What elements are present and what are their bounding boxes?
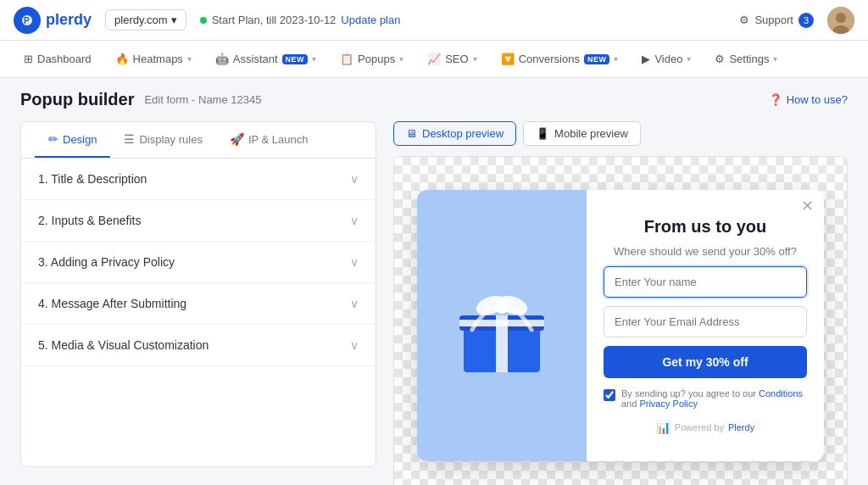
nav-label-popups: Popups (358, 53, 395, 65)
chevron-down-icon-2: ∨ (350, 214, 359, 227)
conversions-chevron-icon: ▾ (614, 54, 618, 64)
nav-item-video[interactable]: ▶ Video ▾ (632, 47, 701, 70)
logo[interactable]: P plerdy (14, 7, 92, 34)
nav-item-assistant[interactable]: 🤖 Assistant NEW ▾ (205, 47, 326, 70)
topbar: P plerdy plerdy.com ▾ Start Plan, till 2… (0, 0, 868, 41)
seo-icon: 📈 (427, 53, 441, 65)
avatar[interactable] (827, 7, 854, 34)
mobile-icon: 📱 (536, 127, 549, 140)
seo-chevron-icon: ▾ (473, 54, 477, 64)
page-title-area: Popup builder Edit form - Name 12345 (20, 90, 261, 109)
nav-label-heatmaps: Heatmaps (133, 53, 183, 65)
update-plan-link[interactable]: Update plan (341, 14, 400, 26)
left-panel: ✏ Design ☰ Display rules 🚀 IP & Launch 1… (20, 121, 376, 467)
accordion-label-title-desc: 1. Title & Description (38, 172, 147, 186)
nav-item-dashboard[interactable]: ⊞ Dashboard (14, 47, 102, 70)
accordion-header-inputs-benefits[interactable]: 2. Inputs & Benefits ∨ (21, 200, 376, 241)
nav-item-heatmaps[interactable]: 🔥 Heatmaps ▾ (105, 47, 202, 70)
plan-info: Start Plan, till 2023-10-12 Update plan (200, 14, 401, 26)
domain-text: plerdy.com (114, 14, 168, 26)
settings-icon: ⚙ (715, 53, 725, 65)
nav-label-settings: Settings (729, 53, 769, 65)
mobile-preview-button[interactable]: 📱 Mobile preview (523, 121, 641, 146)
how-to-label: How to use? (787, 93, 848, 106)
popup-powered-area: 📊 Powered by Plerdy (604, 421, 807, 434)
domain-chevron-icon: ▾ (171, 14, 177, 26)
edit-form-label: Edit form - Name 12345 (144, 93, 261, 106)
main-nav: ⊞ Dashboard 🔥 Heatmaps ▾ 🤖 Assistant NEW… (0, 41, 868, 78)
accordion-item-media-visual: 5. Media & Visual Customization ∨ (21, 325, 376, 366)
popup-email-input[interactable] (604, 306, 807, 337)
assistant-badge: NEW (282, 54, 309, 64)
tab-ip-launch[interactable]: 🚀 IP & Launch (216, 122, 322, 158)
accordion-header-title-desc[interactable]: 1. Title & Description ∨ (21, 159, 376, 199)
page-header: Popup builder Edit form - Name 12345 ❓ H… (0, 78, 868, 121)
accordion-label-message-after: 4. Message After Submitting (38, 297, 186, 310)
accordion-label-privacy-policy: 3. Adding a Privacy Policy (38, 255, 175, 269)
assistant-icon: 🤖 (215, 53, 229, 65)
nav-item-seo[interactable]: 📈 SEO ▾ (417, 47, 487, 70)
chevron-down-icon-4: ∨ (350, 297, 359, 310)
chevron-down-icon-5: ∨ (350, 338, 359, 352)
launch-icon: 🚀 (230, 132, 244, 146)
display-rules-icon: ☰ (124, 132, 135, 146)
dashboard-icon: ⊞ (24, 53, 33, 65)
popup-name-input[interactable] (604, 266, 807, 298)
preview-controls: 🖥 Desktop preview 📱 Mobile preview (393, 121, 848, 146)
desktop-preview-button[interactable]: 🖥 Desktop preview (393, 121, 516, 146)
conversions-badge: NEW (584, 54, 610, 64)
popups-chevron-icon: ▾ (399, 54, 403, 64)
accordion-header-privacy-policy[interactable]: 3. Adding a Privacy Policy ∨ (21, 242, 376, 282)
assistant-chevron-icon: ▾ (312, 54, 316, 64)
popup-policy-link[interactable]: Privacy Policy (639, 399, 697, 409)
popup-title: From us to you (604, 217, 807, 237)
popup-conditions-link[interactable]: Conditions (759, 388, 803, 399)
tab-ip-launch-label: IP & Launch (248, 133, 309, 146)
popup-form-area: ✕ From us to you Where should we send yo… (587, 190, 824, 461)
plerdy-icon: 📊 (656, 421, 670, 434)
accordion-item-title-desc: 1. Title & Description ∨ (21, 159, 376, 200)
popup-privacy-checkbox[interactable] (604, 389, 615, 401)
video-chevron-icon: ▾ (687, 54, 691, 64)
powered-text: Powered by (675, 422, 724, 432)
domain-selector[interactable]: plerdy.com ▾ (105, 9, 186, 31)
tab-design[interactable]: ✏ Design (35, 122, 110, 158)
accordion-label-media-visual: 5. Media & Visual Customization (38, 338, 209, 352)
popup-privacy-area: By sending up? you agree to our Conditio… (604, 388, 807, 409)
right-panel: 🖥 Desktop preview 📱 Mobile preview (393, 121, 848, 467)
question-icon: ❓ (769, 93, 782, 106)
tab-display-rules-label: Display rules (139, 133, 202, 146)
accordion-header-media-visual[interactable]: 5. Media & Visual Customization ∨ (21, 325, 376, 365)
support-button[interactable]: ⚙ Support 3 (739, 13, 814, 28)
desktop-preview-label: Desktop preview (422, 127, 504, 140)
desktop-icon: 🖥 (406, 127, 417, 140)
popup-close-button[interactable]: ✕ (801, 198, 814, 214)
svg-point-11 (495, 300, 509, 314)
nav-item-settings[interactable]: ⚙ Settings ▾ (704, 47, 787, 70)
how-to-link[interactable]: ❓ How to use? (769, 93, 848, 106)
popup-subtitle: Where should we send your 30% off? (604, 245, 807, 258)
accordion-item-privacy-policy: 3. Adding a Privacy Policy ∨ (21, 242, 376, 283)
tab-display-rules[interactable]: ☰ Display rules (110, 122, 215, 158)
accordion-header-message-after[interactable]: 4. Message After Submitting ∨ (21, 283, 376, 324)
popup-cta-button[interactable]: Get my 30% off (604, 346, 807, 378)
topbar-right: ⚙ Support 3 (739, 7, 854, 34)
chevron-down-icon: ∨ (350, 172, 359, 186)
nav-label-conversions: Conversions (519, 53, 580, 65)
nav-item-conversions[interactable]: 🔽 Conversions NEW ▾ (491, 47, 629, 70)
gear-icon: ⚙ (739, 14, 749, 26)
conversions-icon: 🔽 (501, 53, 515, 65)
accordion-label-inputs-benefits: 2. Inputs & Benefits (38, 214, 141, 227)
support-label: Support (754, 14, 793, 26)
tab-design-label: Design (63, 133, 97, 146)
accordion: 1. Title & Description ∨ 2. Inputs & Ben… (21, 159, 376, 366)
plerdy-brand-link[interactable]: Plerdy (728, 422, 754, 432)
popup-privacy-text: By sending up? you agree to our Conditio… (621, 388, 807, 409)
gift-box-image (451, 275, 553, 376)
nav-item-popups[interactable]: 📋 Popups ▾ (330, 47, 414, 70)
nav-label-video: Video (654, 53, 682, 65)
preview-area: ✕ From us to you Where should we send yo… (393, 156, 848, 485)
logo-icon: P (14, 7, 41, 34)
heatmaps-icon: 🔥 (115, 53, 129, 65)
accordion-item-message-after: 4. Message After Submitting ∨ (21, 283, 376, 325)
